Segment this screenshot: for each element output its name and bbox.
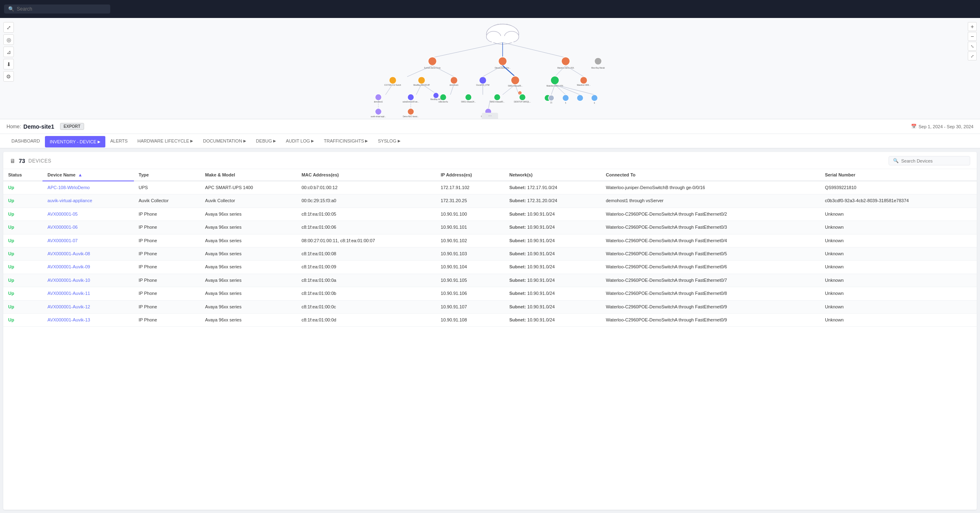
table-row[interactable]: Up AVX000001-Auvik-10 IP Phone Avaya 96x… (3, 274, 977, 287)
cell-networks: Subnet: 10.90.91.0/24 (504, 221, 601, 234)
table-row[interactable]: Up AVX000001-Auvik-12 IP Phone Avaya 96x… (3, 300, 977, 313)
tab-dashboard[interactable]: DASHBOARD (7, 134, 45, 149)
tab-inventory-device[interactable]: INVENTORY - DEVICE ▶ (45, 136, 105, 147)
cell-device-name[interactable]: AVX000001-Auvik-08 (42, 247, 134, 260)
node-icx[interactable] (389, 77, 396, 84)
cell-type: IP Phone (134, 261, 200, 274)
table-row[interactable]: Up AVX000001-06 IP Phone Avaya 96xx seri… (3, 221, 977, 234)
col-device-name[interactable]: Device Name ▲ (42, 169, 134, 181)
table-row[interactable]: Up AVX000001-Auvik-11 IP Phone Avaya 96x… (3, 287, 977, 300)
devices-table-container[interactable]: Status Device Name ▲ Type Make & Model M… (3, 169, 977, 510)
map-collapse-handle[interactable]: ··· (482, 113, 498, 119)
svg-point-37 (408, 94, 414, 100)
tab-traffic-insights[interactable]: TRAFFICINSIGHTS ▶ (319, 134, 373, 149)
cell-make-model: Avaya 96xx series (200, 261, 296, 274)
cell-connected-to: Waterloo-C2960POE-DemoSwitchA through Fa… (601, 221, 820, 234)
svg-point-43 (494, 94, 501, 100)
cell-device-name[interactable]: AVX000001-05 (42, 207, 134, 221)
table-row[interactable]: Up AVX000001-Auvik-09 IP Phone Avaya 96x… (3, 261, 977, 274)
tab-audit-log[interactable]: AUDIT LOG ▶ (281, 134, 319, 149)
node-westbay-m225[interactable] (418, 77, 425, 84)
cell-device-name[interactable]: AVX000001-07 (42, 234, 134, 247)
svg-text:5: 5 (565, 102, 566, 104)
cell-make-model: Auvik Collector (200, 194, 296, 207)
table-row[interactable]: Up AVX000001-Auvik-08 IP Phone Avaya 96x… (3, 247, 977, 260)
svg-text:auvik-virtual-appl...: auvik-virtual-appl... (371, 116, 386, 118)
svg-line-14 (483, 65, 503, 76)
zoom-reset-button[interactable]: ⤢ (968, 51, 977, 60)
cell-device-name[interactable]: AVX000001-Auvik-12 (42, 300, 134, 313)
node-ciscoas-otw[interactable] (479, 77, 487, 84)
global-search-box[interactable]: 🔍 (4, 4, 110, 13)
devices-table: Status Device Name ▲ Type Make & Model M… (3, 169, 977, 327)
table-row[interactable]: Up APC-108-WtrloDemo UPS APC SMART-UPS 1… (3, 181, 977, 194)
cell-status: Up (3, 234, 42, 247)
node-sykash[interactable] (428, 57, 437, 65)
zoom-in-button[interactable]: + (968, 22, 977, 31)
map-zoom-controls: + − ⤡ ⤢ (968, 22, 977, 60)
zoom-out-button[interactable]: − (968, 32, 977, 41)
cell-device-name[interactable]: APC-108-WtrloDemo (42, 181, 134, 194)
node-sw02-ottawa[interactable] (511, 76, 519, 85)
tab-hardware-lifecycle[interactable]: HARDWARE LIFECYCLE ▶ (133, 134, 198, 149)
tab-syslog[interactable]: SYSLOG ▶ (373, 134, 405, 149)
search-input[interactable] (17, 6, 106, 12)
device-icon: 🖥 (10, 158, 16, 164)
svg-point-68 (433, 93, 439, 98)
search-icon: 🔍 (8, 6, 14, 12)
tab-debug[interactable]: DEBUG ▶ (251, 134, 281, 149)
site-name[interactable]: Demo-site1 (23, 123, 54, 130)
cell-device-name[interactable]: AVX000001-Auvik-13 (42, 313, 134, 326)
cell-make-model: Avaya 96xx series (200, 287, 296, 300)
cell-ip: 172.31.20.25 (436, 194, 504, 207)
tab-documentation[interactable]: DOCUMENTATION ▶ (198, 134, 251, 149)
cell-mac: c8:1f:ea:01:00:05 (296, 207, 436, 221)
col-make-model: Make & Model (200, 169, 296, 181)
download-tool-button[interactable]: ⬇ (3, 59, 14, 69)
table-row[interactable]: Up auvik-virtual-appliance Auvik Collect… (3, 194, 977, 207)
cell-networks: Subnet: 10.90.91.0/24 (504, 300, 601, 313)
cell-device-name[interactable]: auvik-virtual-appliance (42, 194, 134, 207)
cell-mac: 00:c0:b7:01:00:12 (296, 181, 436, 194)
date-range: 📅 Sep 1, 2024 - Sep 30, 2024 (911, 124, 973, 129)
node-ottawa-for[interactable] (498, 57, 507, 65)
cell-serial: Unknown (820, 287, 977, 300)
top-bar: 🔍 (0, 0, 980, 18)
select-tool-button[interactable]: ⤢ (3, 22, 14, 33)
node-waterloo-c960[interactable] (580, 77, 588, 84)
svg-text:6: 6 (594, 102, 595, 104)
cell-connected-to: Waterloo-C2960POE-DemoSwitchA through Fa… (601, 287, 820, 300)
cell-networks: Subnet: 10.90.91.0/24 (504, 207, 601, 221)
node-demohist1[interactable] (375, 94, 382, 100)
node-westbay-meraki[interactable] (595, 58, 602, 65)
cell-device-name[interactable]: AVX000001-06 (42, 221, 134, 234)
device-count: 73 (19, 158, 25, 164)
cell-serial: Unknown (820, 300, 977, 313)
cell-device-name[interactable]: AVX000001-Auvik-11 (42, 287, 134, 300)
node-waterloo-asa[interactable] (561, 57, 570, 65)
home-label: Home: (7, 124, 21, 129)
cell-networks: Subnet: 10.90.91.0/24 (504, 234, 601, 247)
filter-tool-button[interactable]: ⊿ (3, 47, 14, 57)
cell-ip: 10.90.91.100 (436, 207, 504, 221)
cell-type: IP Phone (134, 313, 200, 326)
cell-device-name[interactable]: AVX000001-Auvik-09 (42, 261, 134, 274)
svg-text:WestBay-MG225-8P: WestBay-MG225-8P (413, 84, 430, 86)
tab-alerts[interactable]: ALERTS (105, 134, 133, 149)
svg-line-13 (432, 65, 454, 76)
search-devices-box[interactable]: 🔍 (889, 156, 970, 165)
search-devices-input[interactable] (901, 158, 966, 163)
table-row[interactable]: Up AVX000001-Auvik-13 IP Phone Avaya 96x… (3, 313, 977, 326)
export-button[interactable]: EXPORT (60, 123, 84, 130)
table-row[interactable]: Up AVX000001-07 IP Phone Avaya 96xx seri… (3, 234, 977, 247)
node-waterloo-demo[interactable] (550, 76, 559, 85)
zoom-fit-button[interactable]: ⤡ (968, 42, 977, 51)
target-tool-button[interactable]: ◎ (3, 34, 14, 45)
cell-connected-to: demohost1 through vsServer (601, 194, 820, 207)
settings-tool-button[interactable]: ⚙ (3, 71, 14, 82)
table-row[interactable]: Up AVX000001-05 IP Phone Avaya 96xx seri… (3, 207, 977, 221)
inventory-header: 🖥 73 DEVICES 🔍 (3, 152, 977, 169)
cell-ip: 10.90.91.102 (436, 234, 504, 247)
cell-device-name[interactable]: AVX000001-Auvik-10 (42, 274, 134, 287)
svg-point-20 (450, 77, 458, 84)
